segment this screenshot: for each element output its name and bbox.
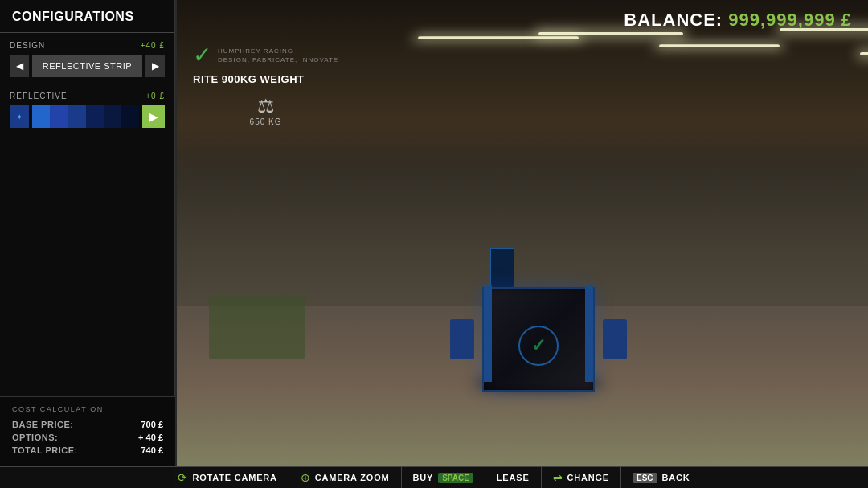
options-row: OPTIONS: + 40 £ bbox=[12, 433, 163, 442]
product-info: ✓ HUMPHREY RACING DESIGN, FABRICATE, INN… bbox=[193, 44, 338, 129]
back-label: BACK bbox=[662, 473, 690, 482]
color-swatch-3[interactable] bbox=[68, 105, 85, 128]
design-label: DESIGN +40 £ bbox=[10, 41, 165, 50]
rotate-camera-label: ROTATE CAMERA bbox=[192, 473, 276, 482]
sidebar-title: CONFIGURATIONS bbox=[0, 0, 174, 33]
cost-section: COST CALCULATION BASE PRICE: 700 £ OPTIO… bbox=[0, 396, 175, 466]
color-swatch-6[interactable] bbox=[121, 105, 139, 128]
total-value: 740 £ bbox=[141, 445, 163, 455]
base-price-value: 700 £ bbox=[141, 420, 163, 429]
change-icon: ⇌ bbox=[553, 471, 563, 484]
rotate-camera-icon: ⟳ bbox=[178, 471, 187, 484]
camera-zoom-label: CAMERA ZOOM bbox=[315, 473, 390, 482]
product-name: RITE 900KG WEIGHT bbox=[193, 73, 338, 85]
lease-label: LEASE bbox=[497, 473, 530, 482]
reflective-section: REFLECTIVE +0 £ ✦ ▶ bbox=[0, 84, 174, 134]
weight-value: 650 KG bbox=[193, 117, 338, 126]
company-logo-area: ✓ HUMPHREY RACING DESIGN, FABRICATE, INN… bbox=[193, 44, 338, 67]
base-price-label: BASE PRICE: bbox=[12, 420, 73, 429]
total-row: TOTAL PRICE: 740 £ bbox=[12, 445, 163, 455]
toolbar-lease[interactable]: LEASE bbox=[485, 467, 542, 488]
toolbar-camera-zoom[interactable]: ⊕ CAMERA ZOOM bbox=[289, 467, 402, 488]
space-key: SPACE bbox=[438, 473, 473, 483]
configurations-sidebar: CONFIGURATIONS DESIGN +40 £ ◀ REFLECTIVE… bbox=[0, 0, 175, 488]
color-next-button[interactable]: ▶ bbox=[142, 105, 165, 128]
camera-zoom-icon: ⊕ bbox=[301, 471, 310, 484]
balance-label: BALANCE: bbox=[624, 10, 723, 30]
total-label: TOTAL PRICE: bbox=[12, 445, 78, 455]
base-price-row: BASE PRICE: 700 £ bbox=[12, 420, 163, 429]
weight-icon-area: ⚖ 650 KG bbox=[193, 95, 338, 126]
design-section: DESIGN +40 £ ◀ REFLECTIVE STRIP ▶ bbox=[0, 33, 174, 84]
color-selector: ✦ ▶ bbox=[10, 105, 165, 128]
company-checkmark-icon: ✓ bbox=[193, 44, 211, 67]
design-selector: ◀ REFLECTIVE STRIP ▶ bbox=[10, 55, 165, 77]
buy-label: BUY bbox=[413, 473, 434, 482]
equipment-3d-object: ✓ bbox=[466, 263, 611, 392]
color-swatches bbox=[32, 105, 139, 128]
color-swatch-blue[interactable] bbox=[32, 105, 50, 128]
weight-icon: ⚖ bbox=[193, 95, 338, 117]
cost-title: COST CALCULATION bbox=[12, 405, 163, 413]
design-prev-button[interactable]: ◀ bbox=[10, 55, 29, 77]
light-strip-4 bbox=[538, 32, 683, 35]
color-swatch-2[interactable] bbox=[50, 105, 68, 128]
company-text: HUMPHREY RACING DESIGN, FABRICATE, INNOV… bbox=[218, 47, 338, 64]
bottom-toolbar: ⟳ ROTATE CAMERA ⊕ CAMERA ZOOM BUY SPACE … bbox=[0, 466, 868, 488]
color-icon: ✦ bbox=[10, 105, 29, 128]
balance-value: 999,999,999 £ bbox=[728, 10, 852, 30]
reflective-label: REFLECTIVE +0 £ bbox=[10, 92, 165, 100]
light-strip-3 bbox=[860, 52, 868, 55]
light-strip-2 bbox=[659, 44, 780, 47]
toolbar-buy[interactable]: BUY SPACE bbox=[402, 467, 485, 488]
options-label: OPTIONS: bbox=[12, 433, 58, 442]
color-swatch-4[interactable] bbox=[86, 105, 104, 128]
design-next-button[interactable]: ▶ bbox=[145, 55, 165, 77]
esc-key: ESC bbox=[633, 473, 657, 483]
toolbar-rotate-camera[interactable]: ⟳ ROTATE CAMERA bbox=[166, 467, 289, 488]
light-strip-1 bbox=[418, 36, 579, 39]
design-value: REFLECTIVE STRIP bbox=[32, 55, 142, 77]
toolbar-change[interactable]: ⇌ CHANGE bbox=[542, 467, 621, 488]
toolbar-esc-back[interactable]: ESC BACK bbox=[621, 467, 702, 488]
change-label: CHANGE bbox=[567, 473, 609, 482]
color-swatch-5[interactable] bbox=[104, 105, 121, 128]
balance-display: BALANCE: 999,999,999 £ bbox=[624, 10, 852, 31]
background-objects bbox=[209, 295, 305, 359]
options-value: + 40 £ bbox=[138, 433, 163, 442]
